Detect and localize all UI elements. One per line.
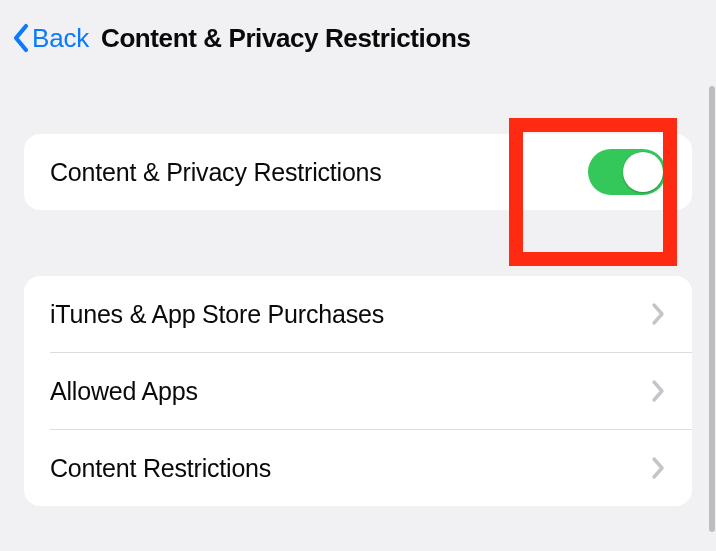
chevron-left-icon <box>10 22 32 54</box>
allowed-apps-row[interactable]: Allowed Apps <box>24 353 692 429</box>
option-label: Content Restrictions <box>50 454 271 483</box>
options-group: iTunes & App Store Purchases Allowed App… <box>24 276 692 506</box>
page-title: Content & Privacy Restrictions <box>101 23 470 54</box>
chevron-right-icon <box>650 301 666 327</box>
option-label: Allowed Apps <box>50 377 198 406</box>
toggle-knob <box>623 152 663 192</box>
content-privacy-toggle-row: Content & Privacy Restrictions <box>24 134 692 210</box>
back-label: Back <box>32 23 89 54</box>
chevron-right-icon <box>650 378 666 404</box>
chevron-right-icon <box>650 455 666 481</box>
toggle-row-label: Content & Privacy Restrictions <box>50 158 382 187</box>
spacer <box>0 62 716 134</box>
itunes-app-store-purchases-row[interactable]: iTunes & App Store Purchases <box>24 276 692 352</box>
spacer <box>0 210 716 276</box>
scroll-indicator[interactable] <box>709 86 715 532</box>
content-restrictions-row[interactable]: Content Restrictions <box>24 430 692 506</box>
nav-bar: Back Content & Privacy Restrictions <box>0 0 716 62</box>
toggle-group: Content & Privacy Restrictions <box>24 134 692 210</box>
back-button[interactable]: Back <box>10 22 89 54</box>
content-privacy-toggle[interactable] <box>588 149 666 195</box>
option-label: iTunes & App Store Purchases <box>50 300 384 329</box>
